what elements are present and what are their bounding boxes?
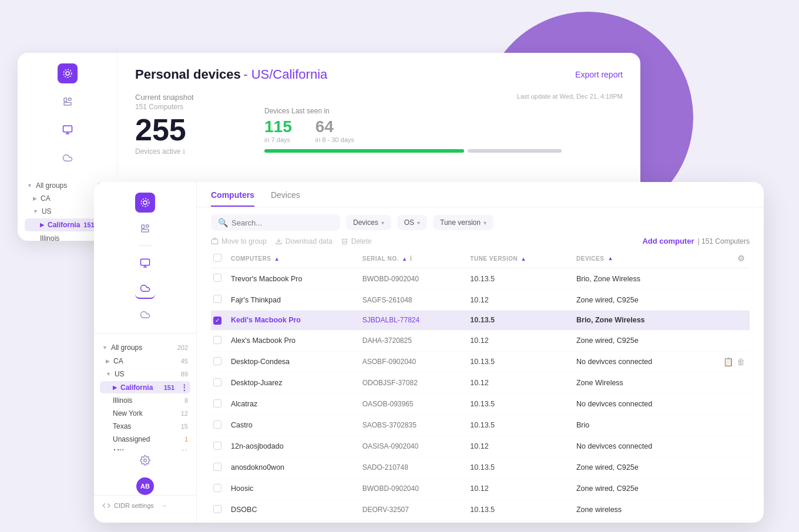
serial-no-6: ODOBJSF-37082 [360,372,468,393]
front-nav-us[interactable]: ▼ US 89 [100,368,190,380]
row-checkbox-12[interactable] [213,505,221,513]
svg-point-7 [141,198,149,207]
front-nav-all-groups[interactable]: ▼ All groups 202 [100,342,190,353]
row-checkbox-4[interactable] [213,336,221,344]
row-edit-icon[interactable]: 📋 [723,357,733,366]
table-row[interactable]: Desktop-Condesa ASOBF-0902040 10.13.5 No… [211,351,750,372]
add-computer-link[interactable]: Add computer [642,237,694,245]
devices-2: Zone wired, C925e [574,289,750,311]
download-data-btn: Download data [275,237,333,245]
front-sidebar-icon-home[interactable] [135,193,155,213]
table-row[interactable]: 12n-aosjbodado OASISA-0902040 10.12 No d… [211,436,750,457]
table-row[interactable]: ✓ Kedi's Macbook Pro SJBDALBL-77824 10.1… [211,311,750,331]
front-sidebar-icon-cloud[interactable] [135,279,155,299]
front-nav-mx[interactable]: ▶ MX 21 [100,446,190,450]
search-box[interactable]: 🔍 [211,214,340,231]
filter-os-btn[interactable]: OS ▾ [397,215,427,230]
serial-no-2: SAGFS-261048 [360,289,468,311]
tune-version-10: 10.13.5 [468,457,574,478]
svg-point-1 [63,69,72,78]
tab-computers[interactable]: Computers [211,190,254,207]
table-row[interactable]: Alex's Macbook Pro DAHA-3720825 10.12 Zo… [211,330,750,351]
computer-name-6: Desktop-Juarez [229,372,360,393]
table-row[interactable]: Hoosic BWOBD-0902040 10.12 Zone wired, C… [211,478,750,499]
tune-version-12: 10.13.5 [468,499,574,520]
filter-tune-btn[interactable]: Tune version ▾ [433,215,494,230]
last-update: Last update at Wed, Dec 21, 4:18PM [264,93,623,100]
cidr-label: CIDR settings [114,502,154,509]
computer-name-5: Desktop-Condesa [229,351,360,372]
svg-rect-2 [64,98,67,102]
row-checkbox-9[interactable] [213,442,221,450]
tab-devices[interactable]: Devices [271,190,300,207]
col-computers: COMPUTERS [231,255,271,262]
svg-rect-8 [142,225,145,228]
row-checkbox-7[interactable] [213,399,221,408]
cidr-settings[interactable]: CIDR settings → [94,495,196,516]
table-row[interactable]: Alcatraz OASOB-093965 10.13.5 No devivce… [211,393,750,415]
snapshot-sub: 151 Computers [135,103,229,111]
computer-name-3: Kedi's Macbook Pro [229,311,360,331]
svg-rect-13 [212,240,218,244]
sort-computers-icon[interactable]: ▲ [274,256,280,262]
move-to-group-btn: Move to group [211,237,267,245]
table-settings-icon[interactable]: ⚙ [737,254,746,263]
table-row[interactable]: Fajr's Thinkpad SAGFS-261048 10.12 Zone … [211,289,750,311]
front-nav-newyork[interactable]: New York 12 [100,408,190,419]
row-delete-icon[interactable]: 🗑 [737,357,745,366]
sidebar-icon-cloud[interactable] [58,148,78,168]
filter-devices-btn[interactable]: Devices ▾ [346,215,391,230]
search-icon: 🔍 [218,218,228,227]
row-checkbox-5[interactable] [213,357,221,365]
front-nav-unassigned1[interactable]: Unassigned 1 [100,433,190,445]
computer-name-1: Trevor's Macbook Pro [229,268,360,289]
computer-name-7: Alcatraz [229,393,360,415]
select-all-checkbox[interactable] [213,254,221,262]
row-checkbox-6[interactable] [213,378,221,386]
table-row[interactable]: anosdokno0won SADO-210748 10.13.5 Zone w… [211,457,750,478]
export-report-link[interactable]: Export report [575,70,623,79]
sidebar-icon-home[interactable] [58,63,78,83]
user-avatar[interactable]: AB [136,477,154,495]
table-row[interactable]: Desktop-Juarez ODOBJSF-37082 10.12 Zone … [211,372,750,393]
front-nav-texas[interactable]: Texas 15 [100,420,190,432]
front-sidebar: ▼ All groups 202 ▶ CA 45 ▼ US 89 ▶ Calif… [94,182,197,523]
serial-info-icon[interactable]: ℹ [409,255,412,262]
sort-serial-icon[interactable]: ▲ [402,256,407,262]
computer-name-8: Castro [229,415,360,436]
row-checkbox-11[interactable] [213,484,221,492]
sort-tune-icon[interactable]: ▲ [521,256,526,262]
front-sidebar-icon-settings[interactable] [135,450,155,470]
row-checkbox-8[interactable] [213,420,221,429]
front-sidebar-icon-devices[interactable] [135,218,155,238]
tune-version-5: 10.13.5 [468,351,574,372]
table-row[interactable]: DSOBC DEORV-32507 10.13.5 Zone wireless [211,499,750,520]
table-row[interactable]: Castro SAOBS-3702835 10.13.5 Brio [211,415,750,436]
devices-9: No devivces connected [574,436,750,457]
front-nav-ca[interactable]: ▶ CA 45 [100,355,190,367]
front-sidebar-icon-monitor[interactable] [135,253,155,273]
row-checkbox-1[interactable] [213,274,221,282]
front-sidebar-icon-cloud2[interactable] [135,305,155,325]
sidebar-icon-devices[interactable] [58,92,78,112]
svg-point-6 [143,201,147,204]
computers-table: COMPUTERS ▲ SERIAL NO. ▲ ℹ TUNE VERSION … [211,249,750,521]
computer-name-12: DSOBC [229,499,360,520]
devices-1: Brio, Zone Wireless [574,268,750,289]
search-input[interactable] [231,218,333,227]
row-checkbox-3[interactable]: ✓ [213,316,221,325]
gray-count: 64 [315,117,354,136]
serial-no-4: DAHA-3720825 [360,330,468,351]
devices-11: Zone wired, C925e [574,478,750,499]
front-nav-illinois[interactable]: Illinois 8 [100,395,190,406]
computers-table-container: COMPUTERS ▲ SERIAL NO. ▲ ℹ TUNE VERSION … [197,249,764,523]
row-checkbox-2[interactable] [213,295,221,303]
sidebar-icon-monitor[interactable] [58,120,78,140]
front-nav-california[interactable]: ▶ California 151 ⋮ [100,381,190,393]
row-checkbox-10[interactable] [213,463,221,471]
serial-no-8: SAOBS-3702835 [360,415,468,436]
table-row[interactable]: Trevor's Macbook Pro BWOBD-0902040 10.13… [211,268,750,289]
computer-name-2: Fajr's Thinkpad [229,289,360,311]
info-icon[interactable]: ℹ [183,148,185,156]
sort-devices-icon[interactable]: ▲ [607,255,613,261]
